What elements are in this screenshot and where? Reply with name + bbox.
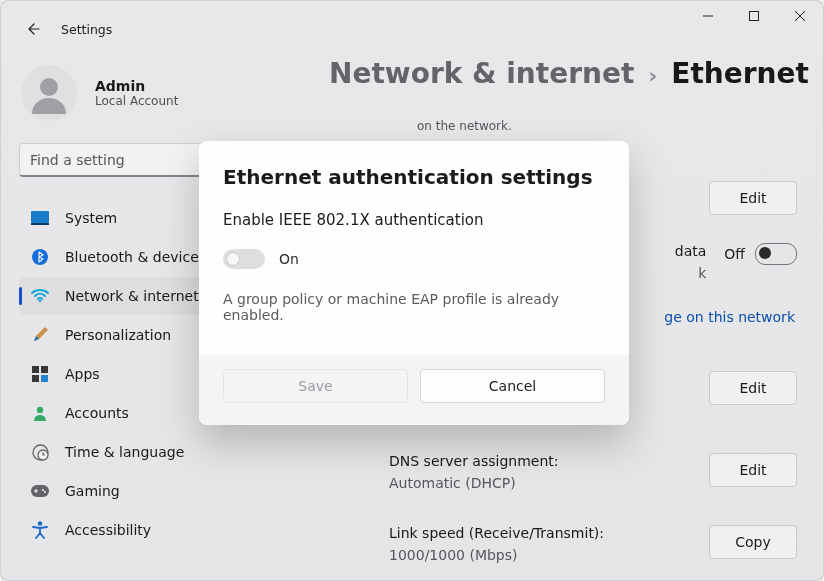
auth-dialog: Ethernet authentication settings Enable …: [199, 141, 629, 425]
dialog-note: A group policy or machine EAP profile is…: [223, 291, 605, 323]
dialog-toggle-state: On: [279, 251, 299, 267]
dialog-toggle[interactable]: [223, 249, 265, 269]
dialog-cancel-button[interactable]: Cancel: [420, 369, 605, 403]
dialog-title: Ethernet authentication settings: [223, 165, 605, 189]
settings-window: Settings Admin Local Account Find a sett…: [0, 0, 824, 581]
dialog-save-button: Save: [223, 369, 408, 403]
dialog-label: Enable IEEE 802.1X authentication: [223, 211, 605, 229]
